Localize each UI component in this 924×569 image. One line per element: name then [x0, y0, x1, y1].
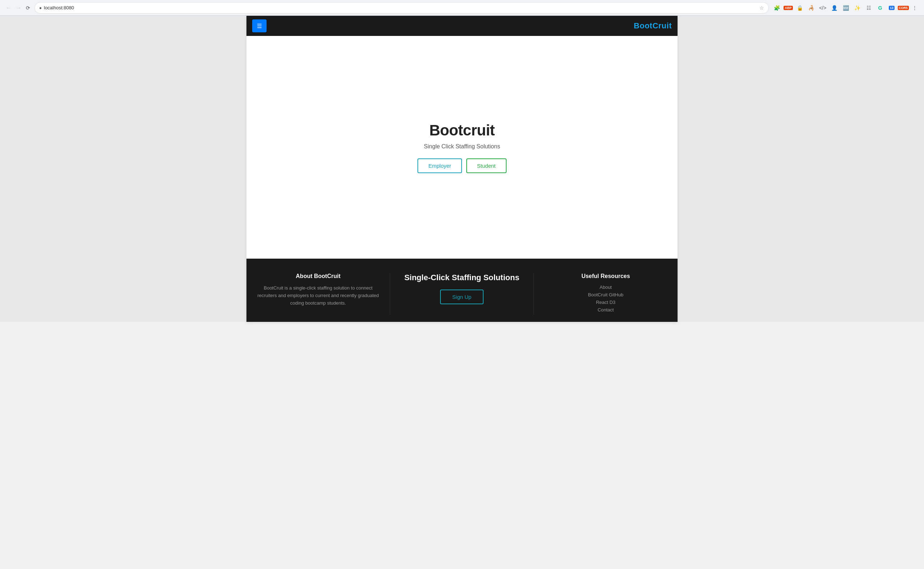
- hero-section: Bootcruit Single Click Staffing Solution…: [410, 100, 513, 195]
- browser-nav-buttons: ← → ⟳: [4, 3, 32, 12]
- footer-about-column: About BootCruit BootCruit is a single-cl…: [247, 273, 390, 315]
- hamburger-icon: ☰: [257, 23, 262, 29]
- grammarly-icon[interactable]: G: [875, 3, 885, 13]
- cors-icon[interactable]: COR5: [898, 3, 908, 13]
- page-container: ☰ BootCruit Bootcruit Single Click Staff…: [247, 16, 677, 322]
- browser-actions: 🧩 ABP 🔒 🦂 </> 👤 🆕 ✨ ☷ G 13 COR5 ⋮: [772, 3, 920, 13]
- footer-about-title: About BootCruit: [257, 273, 379, 280]
- refresh-button[interactable]: ⟳: [24, 4, 32, 12]
- hero-buttons: Employer Student: [417, 158, 506, 173]
- footer-resources-title: Useful Resources: [545, 273, 667, 280]
- ext2-icon[interactable]: ✨: [852, 3, 862, 13]
- bookmark-icon[interactable]: ☆: [760, 5, 764, 11]
- footer-about-text: BootCruit is a single-click staffing sol…: [257, 284, 379, 307]
- main-content: Bootcruit Single Click Staffing Solution…: [247, 36, 677, 259]
- menu-icon[interactable]: ⋮: [910, 3, 920, 13]
- grid-icon[interactable]: ☷: [864, 3, 874, 13]
- employer-button[interactable]: Employer: [417, 158, 462, 173]
- footer-link-contact[interactable]: Contact: [545, 307, 667, 312]
- forward-button[interactable]: →: [14, 3, 23, 12]
- footer-link-about[interactable]: About: [545, 284, 667, 290]
- extensions-icon[interactable]: 🧩: [772, 3, 782, 13]
- feather-icon[interactable]: 🦂: [806, 3, 816, 13]
- calendar-icon[interactable]: 13: [887, 3, 897, 13]
- adblock-icon[interactable]: ABP: [783, 3, 793, 13]
- brand-name: BootCruit: [634, 21, 672, 30]
- student-button[interactable]: Student: [466, 158, 507, 173]
- browser-chrome: ← → ⟳ ● localhost:8080 ☆ 🧩 ABP 🔒 🦂 </> 👤…: [0, 0, 924, 16]
- ext1-icon[interactable]: 🆕: [841, 3, 851, 13]
- footer-resources-column: Useful Resources About BootCruit GitHub …: [534, 273, 677, 315]
- profile-icon[interactable]: 👤: [829, 3, 839, 13]
- privacy-icon[interactable]: 🔒: [795, 3, 805, 13]
- url-display: localhost:8080: [44, 5, 757, 11]
- back-button[interactable]: ←: [4, 3, 13, 12]
- footer-link-github[interactable]: BootCruit GitHub: [545, 292, 667, 297]
- signup-button[interactable]: Sign Up: [440, 289, 484, 304]
- footer-link-react-d3[interactable]: React D3: [545, 300, 667, 305]
- security-icon: ●: [39, 5, 42, 11]
- code-icon[interactable]: </>: [817, 3, 828, 13]
- footer-cta-column: Single-Click Staffing Solutions Sign Up: [390, 273, 534, 315]
- hero-title: Bootcruit: [429, 122, 495, 139]
- address-bar[interactable]: ● localhost:8080 ☆: [35, 2, 769, 14]
- page-outer: ☰ BootCruit Bootcruit Single Click Staff…: [0, 16, 924, 322]
- hero-subtitle: Single Click Staffing Solutions: [424, 143, 500, 150]
- navbar: ☰ BootCruit: [247, 16, 677, 36]
- footer-cta-title: Single-Click Staffing Solutions: [401, 273, 523, 282]
- hamburger-menu-button[interactable]: ☰: [252, 20, 266, 32]
- footer: About BootCruit BootCruit is a single-cl…: [247, 259, 677, 322]
- footer-grid: About BootCruit BootCruit is a single-cl…: [247, 273, 677, 315]
